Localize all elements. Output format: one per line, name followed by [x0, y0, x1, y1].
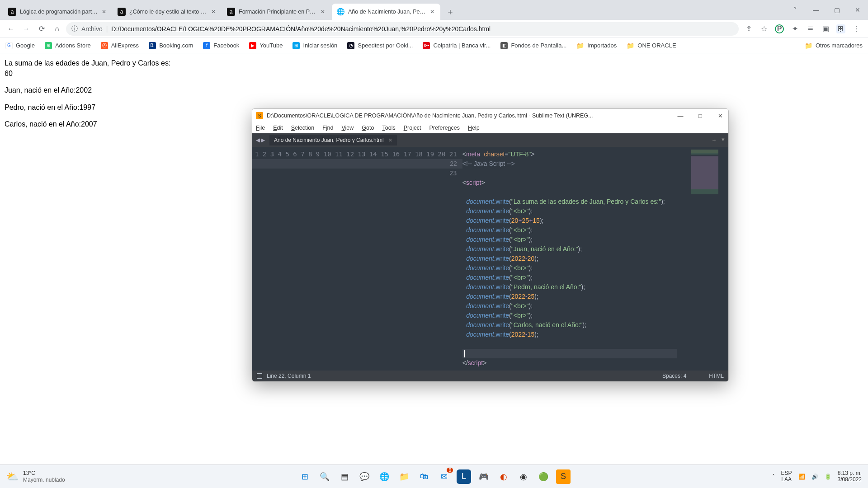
bookmark-label: Speedtest por Ookl...: [358, 42, 413, 49]
browser-tab[interactable]: a Formación Principiante en Progra ✕: [222, 4, 331, 20]
chrome-icon[interactable]: 🟢: [536, 469, 551, 484]
browser-tab-active[interactable]: 🌐 Año de Nacimiento Juan, Pedro y ✕: [332, 4, 440, 20]
favicon-icon: Ⓐ: [101, 42, 108, 49]
bookmark-item[interactable]: fFacebook: [203, 42, 239, 49]
maximize-button[interactable]: □: [696, 113, 705, 119]
bookmark-item[interactable]: B.Booking.com: [149, 42, 193, 49]
site-info-icon[interactable]: ⓘ: [71, 25, 78, 33]
favicon-icon: ⊕: [45, 42, 52, 49]
language-indicator[interactable]: ESP LAA: [781, 470, 792, 483]
extensions-icon[interactable]: ✦: [790, 24, 799, 33]
minimap[interactable]: [677, 147, 722, 371]
arrow-right-icon[interactable]: ▶: [261, 137, 265, 143]
menu-tools[interactable]: Tools: [382, 125, 395, 131]
menu-file[interactable]: File: [256, 125, 265, 131]
minimize-button[interactable]: —: [806, 3, 826, 17]
task-view-button[interactable]: ▤: [337, 469, 352, 484]
browser-tab[interactable]: a Lógica de programación parte 1: ✕: [4, 4, 112, 20]
edge-icon[interactable]: 🌐: [377, 469, 392, 484]
panel-toggle-icon[interactable]: [257, 373, 262, 379]
start-button[interactable]: ⊞: [297, 469, 312, 484]
reading-list-icon[interactable]: ≣: [806, 24, 815, 33]
close-icon[interactable]: ✕: [388, 137, 392, 143]
chevron-down-icon[interactable]: ▾: [722, 136, 725, 144]
battery-icon[interactable]: 🔋: [825, 474, 831, 480]
close-icon[interactable]: ✕: [210, 8, 217, 15]
close-icon[interactable]: ✕: [429, 8, 436, 15]
explorer-icon[interactable]: 📁: [397, 469, 411, 484]
arrow-left-icon[interactable]: ◀: [256, 137, 260, 143]
menu-view[interactable]: View: [341, 125, 354, 131]
folder-icon: 📁: [576, 42, 584, 49]
window-controls: ˅ — ▢ ✕: [785, 0, 868, 20]
xbox-icon[interactable]: 🎮: [476, 469, 491, 484]
taskbar-weather[interactable]: ⛅ 13°C Mayorm. nublado: [6, 470, 65, 483]
search-button[interactable]: 🔍: [317, 469, 332, 484]
menu-edit[interactable]: Edit: [273, 125, 283, 131]
sublime-file-tab[interactable]: Año de Nacimiento Juan, Pedro y Carlos.h…: [269, 135, 397, 145]
store-icon[interactable]: 🛍: [417, 469, 431, 484]
sublime-titlebar[interactable]: S D:\Documentos\ORACLE\LOGICA DE PROGRAM…: [252, 109, 728, 122]
side-panel-icon[interactable]: ▣: [821, 24, 830, 33]
app-icon[interactable]: ◐: [496, 469, 511, 484]
bookmark-folder[interactable]: 📁ONE ORACLE: [627, 42, 676, 49]
code-area[interactable]: <meta charset="UTF-8"> <!-- Java Script …: [462, 147, 677, 371]
minimize-button[interactable]: —: [676, 113, 685, 119]
bookmark-item[interactable]: ◔Speedtest por Ookl...: [347, 42, 413, 49]
menu-selection[interactable]: Selection: [291, 125, 314, 131]
bookmark-label: Booking.com: [159, 42, 193, 49]
output-line: La suma de las edades de Juan, Pedro y C…: [5, 59, 170, 67]
menu-preferences[interactable]: Preferences: [429, 125, 460, 131]
tab-nav-arrows[interactable]: ◀▶: [256, 137, 265, 143]
shield-icon[interactable]: ⛨: [836, 24, 845, 33]
home-button[interactable]: ⌂: [51, 23, 63, 35]
app-icon[interactable]: ◉: [516, 469, 531, 484]
bookmark-item[interactable]: s••Colpatria | Banca vir...: [423, 42, 491, 49]
sublime-editor[interactable]: 1 2 3 4 5 6 7 8 9 10 11 12 13 14 15 16 1…: [252, 147, 728, 371]
mail-icon[interactable]: ✉6: [437, 469, 451, 484]
bookmark-item[interactable]: ⒶAliExpress: [101, 42, 139, 49]
browser-tab[interactable]: a ¿Cómo le doy estilo al texto dent ✕: [113, 4, 222, 20]
back-button[interactable]: ←: [5, 23, 17, 35]
chevron-down-icon[interactable]: ˅: [785, 3, 806, 17]
volume-icon[interactable]: 🔊: [811, 474, 818, 480]
menu-goto[interactable]: Goto: [362, 125, 374, 131]
close-icon[interactable]: ✕: [319, 8, 326, 15]
menu-icon[interactable]: ⋮: [852, 24, 861, 33]
sublime-taskbar-icon[interactable]: S: [556, 469, 571, 484]
bookmark-item[interactable]: ◧Fondos de Pantalla...: [500, 42, 566, 49]
menu-help[interactable]: Help: [468, 125, 480, 131]
new-tab-button[interactable]: ＋: [444, 5, 457, 18]
bookmark-item[interactable]: GGoogle: [5, 42, 35, 49]
close-button[interactable]: ✕: [716, 113, 725, 119]
tray-chevron-icon[interactable]: ˄: [772, 474, 775, 480]
chat-icon[interactable]: 💬: [357, 469, 372, 484]
sublime-window[interactable]: S D:\Documentos\ORACLE\LOGICA DE PROGRAM…: [252, 108, 729, 382]
indent-setting[interactable]: Spaces: 4: [662, 373, 686, 379]
scrollbar[interactable]: [722, 147, 728, 371]
bookmark-star-icon[interactable]: ☆: [760, 24, 769, 33]
forward-button[interactable]: →: [20, 23, 33, 35]
close-icon[interactable]: ✕: [100, 8, 108, 15]
bookmark-item[interactable]: ⊞Iniciar sesión: [292, 42, 337, 49]
bookmark-item[interactable]: ▶YouTube: [249, 42, 283, 49]
bookmark-overflow[interactable]: 📁Otros marcadores: [805, 42, 863, 49]
bookmark-folder[interactable]: 📁Importados: [576, 42, 617, 49]
menu-find[interactable]: Find: [322, 125, 333, 131]
add-tab-icon[interactable]: ＋: [711, 136, 717, 144]
extension-p-icon[interactable]: P: [775, 24, 784, 33]
syntax-setting[interactable]: HTML: [709, 373, 724, 379]
weather-temp: 13°C: [23, 470, 65, 476]
wifi-icon[interactable]: 📶: [798, 474, 805, 480]
bookmark-label: ONE ORACLE: [637, 42, 676, 49]
reload-button[interactable]: ⟳: [35, 23, 48, 35]
maximize-button[interactable]: ▢: [826, 3, 847, 17]
bookmark-item[interactable]: ⊕Addons Store: [45, 42, 91, 49]
close-button[interactable]: ✕: [847, 3, 868, 17]
address-bar[interactable]: ⓘ Archivo | D:/Documentos/ORACLE/LOGICA%…: [66, 22, 739, 36]
app-icon[interactable]: L: [457, 469, 471, 484]
output-line: Juan, nació en el Año:2002: [5, 85, 863, 95]
share-icon[interactable]: ⇪: [744, 24, 753, 33]
clock[interactable]: 8:13 p. m. 3/08/2022: [838, 470, 862, 483]
menu-project[interactable]: Project: [404, 125, 421, 131]
